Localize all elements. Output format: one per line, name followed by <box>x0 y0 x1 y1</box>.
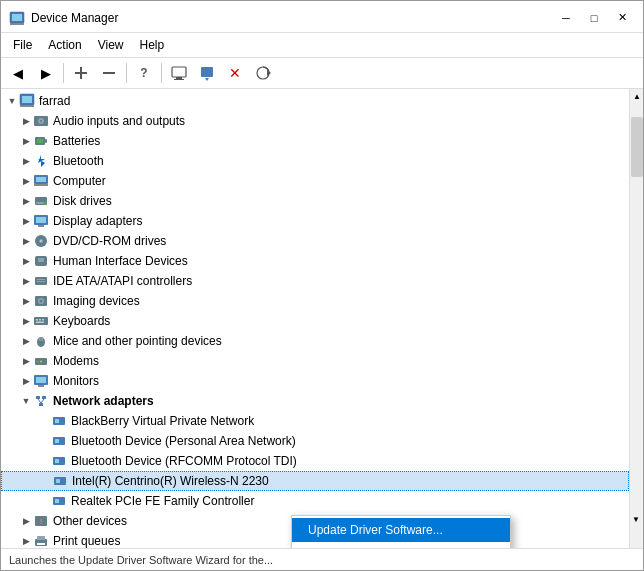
tree-item-dvd[interactable]: ▶ DVD/CD-ROM drives <box>1 231 629 251</box>
tree-item-audio[interactable]: ▶ Audio inputs and outputs <box>1 111 629 131</box>
expand-icon-mice[interactable]: ▶ <box>19 334 33 348</box>
svg-rect-54 <box>36 377 46 383</box>
expand-icon-hid[interactable]: ▶ <box>19 254 33 268</box>
svg-rect-30 <box>38 225 44 227</box>
expand-icon-print[interactable]: ▶ <box>19 534 33 548</box>
title-bar: Device Manager ─ □ ✕ <box>1 1 643 33</box>
toolbar-display[interactable] <box>166 61 192 85</box>
svg-point-41 <box>40 300 43 303</box>
ctx-update-driver[interactable]: Update Driver Software... <box>292 518 510 542</box>
expand-icon-diskdrives[interactable]: ▶ <box>19 194 33 208</box>
tree-item-keyboards[interactable]: ▶ Keyboards <box>1 311 629 331</box>
menu-view[interactable]: View <box>90 35 132 55</box>
scrollbar-thumb[interactable] <box>631 117 643 177</box>
expand-icon-bluetooth[interactable]: ▶ <box>19 154 33 168</box>
svg-rect-56 <box>36 396 40 399</box>
svg-rect-55 <box>38 385 44 387</box>
expand-icon-dvd[interactable]: ▶ <box>19 234 33 248</box>
menu-bar: File Action View Help <box>1 33 643 58</box>
nic-icon-btpan <box>51 433 67 449</box>
scroll-up-arrow[interactable]: ▲ <box>630 89 643 103</box>
tree-item-display[interactable]: ▶ Display adapters <box>1 211 629 231</box>
svg-point-33 <box>40 240 42 242</box>
menu-file[interactable]: File <box>5 35 40 55</box>
tree-item-imaging[interactable]: ▶ Imaging devices <box>1 291 629 311</box>
tree-item-mice-label: Mice and other pointing devices <box>53 334 222 348</box>
toolbar-forward[interactable]: ▶ <box>33 61 59 85</box>
tree-item-network[interactable]: ▼ Network adapters <box>1 391 629 411</box>
expand-icon-imaging[interactable]: ▶ <box>19 294 33 308</box>
tree-item-computer[interactable]: ▶ Computer <box>1 171 629 191</box>
svg-rect-4 <box>80 67 82 79</box>
tree-item-intel[interactable]: ▶ Intel(R) Centrino(R) Wireless-N 2230 <box>1 471 629 491</box>
svg-rect-23 <box>36 177 46 182</box>
ctx-disable[interactable]: Disable <box>292 542 510 548</box>
tree-item-other-label: Other devices <box>53 514 127 528</box>
tree-item-bluetooth[interactable]: ▶ Bluetooth <box>1 151 629 171</box>
minimize-button[interactable]: ─ <box>553 8 579 28</box>
toolbar-help[interactable]: ? <box>131 61 157 85</box>
toolbar-scan[interactable] <box>250 61 276 85</box>
expand-icon-display[interactable]: ▶ <box>19 214 33 228</box>
tree-item-hid[interactable]: ▶ Human Interface Devices <box>1 251 629 271</box>
svg-point-52 <box>40 361 42 363</box>
batteries-icon <box>33 133 49 149</box>
tree-item-btpan[interactable]: ▶ Bluetooth Device (Personal Area Networ… <box>1 431 629 451</box>
svg-rect-75 <box>37 543 45 545</box>
toolbar-update[interactable] <box>194 61 220 85</box>
nic-icon-intel <box>52 473 68 489</box>
tree-item-print-label: Print queues <box>53 534 120 548</box>
tree-item-realtek[interactable]: ▶ Realtek PCIe FE Family Controller <box>1 491 629 511</box>
expand-icon-network[interactable]: ▼ <box>19 394 33 408</box>
tree-item-btrfcomm[interactable]: ▶ Bluetooth Device (RFCOMM Protocol TDI) <box>1 451 629 471</box>
close-button[interactable]: ✕ <box>609 8 635 28</box>
expand-icon-monitors[interactable]: ▶ <box>19 374 33 388</box>
expand-icon-audio[interactable]: ▶ <box>19 114 33 128</box>
tree-view[interactable]: ▼ farrad ▶ <box>1 89 629 548</box>
tree-item-blackberry[interactable]: ▶ BlackBerry Virtual Private Network <box>1 411 629 431</box>
tree-item-blackberry-label: BlackBerry Virtual Private Network <box>71 414 254 428</box>
tree-item-keyboards-label: Keyboards <box>53 314 110 328</box>
tree-item-display-label: Display adapters <box>53 214 142 228</box>
svg-rect-35 <box>38 258 44 262</box>
tree-root[interactable]: ▼ farrad <box>1 91 629 111</box>
scroll-down-arrow[interactable]: ▼ <box>629 512 643 526</box>
expand-icon-keyboards[interactable]: ▶ <box>19 314 33 328</box>
imaging-icon <box>33 293 49 309</box>
toolbar-expand[interactable] <box>96 61 122 85</box>
tree-item-diskdrives[interactable]: ▶ Disk drives <box>1 191 629 211</box>
svg-rect-44 <box>39 319 41 321</box>
toolbar-delete[interactable]: ✕ <box>222 61 248 85</box>
scrollbar[interactable]: ▲ ▼ <box>629 89 643 548</box>
tree-item-ide[interactable]: ▶ IDE ATA/ATAPI controllers <box>1 271 629 291</box>
expand-icon-batteries[interactable]: ▶ <box>19 134 33 148</box>
expand-icon-ide[interactable]: ▶ <box>19 274 33 288</box>
expand-icon-computer[interactable]: ▶ <box>19 174 33 188</box>
tree-item-modems-label: Modems <box>53 354 99 368</box>
toolbar-sep2 <box>126 63 127 83</box>
toolbar-back[interactable]: ◀ <box>5 61 31 85</box>
audio-icon <box>33 113 49 129</box>
svg-rect-29 <box>36 217 46 223</box>
menu-help[interactable]: Help <box>132 35 173 55</box>
tree-item-mice[interactable]: ▶ Mice and other pointing devices <box>1 331 629 351</box>
svg-rect-74 <box>37 536 45 540</box>
svg-line-60 <box>41 399 44 403</box>
tree-item-modems[interactable]: ▶ Modems <box>1 351 629 371</box>
status-bar: Launches the Update Driver Software Wiza… <box>1 548 643 570</box>
modems-icon <box>33 353 49 369</box>
expand-icon-root[interactable]: ▼ <box>5 94 19 108</box>
tree-item-btpan-label: Bluetooth Device (Personal Area Network) <box>71 434 296 448</box>
diskdrives-icon <box>33 193 49 209</box>
device-manager-window: Device Manager ─ □ ✕ File Action View He… <box>0 0 644 571</box>
tree-item-monitors[interactable]: ▶ Monitors <box>1 371 629 391</box>
svg-marker-10 <box>205 78 209 81</box>
tree-item-batteries[interactable]: ▶ Batteries <box>1 131 629 151</box>
tree-item-audio-label: Audio inputs and outputs <box>53 114 185 128</box>
maximize-button[interactable]: □ <box>581 8 607 28</box>
expand-icon-other[interactable]: ▶ <box>19 514 33 528</box>
toolbar-collapse[interactable] <box>68 61 94 85</box>
expand-icon-modems[interactable]: ▶ <box>19 354 33 368</box>
menu-action[interactable]: Action <box>40 35 89 55</box>
other-icon: ! <box>33 513 49 529</box>
